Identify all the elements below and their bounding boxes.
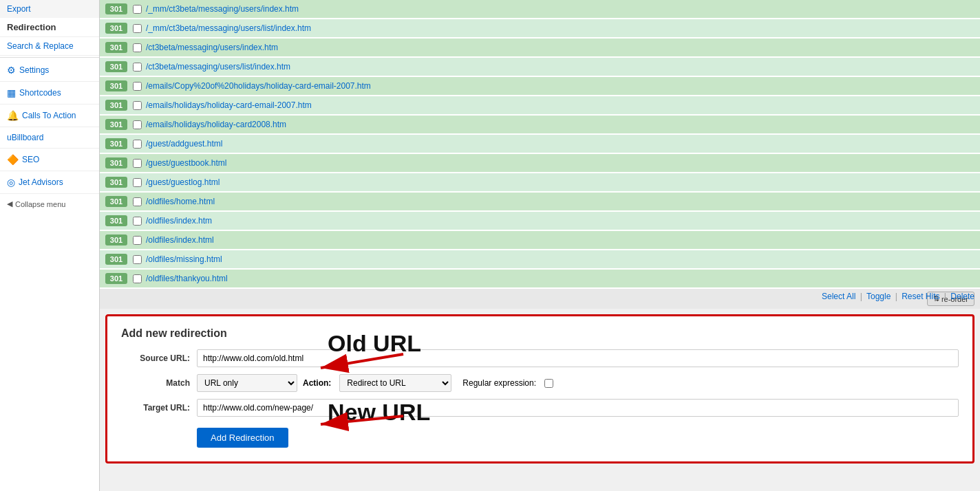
collapse-icon: ◀ [7, 199, 12, 208]
table-row: 301 /guest/guestbook.html [100, 154, 980, 173]
row-checkbox[interactable] [133, 82, 142, 91]
status-code: 301 [105, 119, 127, 130]
delete-link[interactable]: Delete [950, 292, 974, 301]
regex-label: Regular expression: [462, 378, 536, 388]
table-row: 301 /_mm/ct3beta/messaging/users/list/in… [100, 19, 980, 39]
table-row: 301 /oldfiles/thankyou.html [100, 270, 980, 289]
redirect-url[interactable]: /guest/guestbook.html [146, 158, 226, 168]
add-form-title: Add new redirection [121, 327, 959, 340]
table-row: 301 /ct3beta/messaging/users/list/index.… [100, 58, 980, 77]
sidebar-ubillboard-label: uBillboard [7, 133, 43, 142]
row-checkbox[interactable] [133, 43, 142, 52]
shortcodes-icon: ▦ [7, 87, 16, 98]
row-checkbox[interactable] [133, 63, 142, 72]
match-row: Match URL only URL and referrer URL and … [121, 374, 959, 392]
sidebar-item-ubillboard[interactable]: uBillboard [0, 127, 99, 149]
table-row: 301 /emails/Copy%20of%20holidays/holiday… [100, 77, 980, 96]
table-row: 301 /oldfiles/home.html [100, 193, 980, 212]
table-row: 301 /oldfiles/missing.html [100, 250, 980, 270]
redirect-url[interactable]: /oldfiles/missing.html [146, 254, 222, 264]
svg-line-1 [321, 416, 403, 424]
reset-hits-link[interactable]: Reset Hits [902, 292, 939, 301]
table-row: 301 /oldfiles/index.htm [100, 212, 980, 231]
sidebar-item-redirection[interactable]: Redirection [0, 18, 99, 37]
source-url-input[interactable] [197, 349, 959, 367]
calls-icon: 🔔 [7, 110, 19, 121]
action-select[interactable]: Redirect to URL Redirect to random post … [339, 374, 451, 392]
collapse-label: Collapse menu [15, 200, 65, 208]
table-row: 301 /emails/holidays/holiday-card-email-… [100, 96, 980, 116]
status-code: 301 [105, 177, 127, 188]
row-checkbox[interactable] [133, 197, 142, 206]
action-label: Action: [303, 378, 331, 388]
sidebar-item-export[interactable]: Export [0, 0, 99, 18]
redirect-url[interactable]: /oldfiles/index.html [146, 235, 214, 245]
add-redirection-form: Old URL New URL Add new redirection Sour… [105, 314, 974, 463]
sidebar-shortcodes-label: Shortcodes [19, 88, 61, 98]
table-row: 301 /ct3beta/messaging/users/index.htm [100, 39, 980, 58]
row-checkbox[interactable] [133, 217, 142, 226]
sidebar-divider-1 [0, 57, 99, 58]
row-checkbox[interactable] [133, 178, 142, 187]
sidebar-item-search-replace[interactable]: Search & Replace [0, 37, 99, 56]
match-select[interactable]: URL only URL and referrer URL and login … [197, 374, 297, 392]
table-row: 301 /guest/addguest.html [100, 135, 980, 154]
sidebar-item-shortcodes[interactable]: ▦ Shortcodes [0, 82, 99, 105]
redirect-url[interactable]: /oldfiles/home.html [146, 197, 215, 206]
target-url-label: Target URL: [121, 403, 190, 413]
regex-checkbox[interactable] [544, 379, 553, 388]
sidebar-item-settings[interactable]: ⚙ Settings [0, 59, 99, 82]
match-label: Match [121, 378, 190, 388]
row-checkbox[interactable] [133, 120, 142, 129]
sidebar: Export Redirection Search & Replace ⚙ Se… [0, 0, 100, 491]
sidebar-item-calls-to-action[interactable]: 🔔 Calls To Action [0, 105, 99, 127]
redirect-url[interactable]: /ct3beta/messaging/users/list/index.htm [146, 62, 290, 72]
source-url-label: Source URL: [121, 353, 190, 363]
redirect-table: 301 /_mm/ct3beta/messaging/users/index.h… [100, 0, 980, 289]
add-redirection-button[interactable]: Add Redirection [197, 428, 288, 448]
bottom-controls: ⇅ re-order Select All | Toggle | Reset H… [100, 289, 980, 309]
seo-icon: 🔶 [7, 154, 19, 165]
row-checkbox[interactable] [133, 24, 142, 33]
sidebar-item-jet-advisors[interactable]: ◎ Jet Advisors [0, 171, 99, 194]
target-url-row: Target URL: [121, 399, 959, 417]
redirect-url[interactable]: /emails/holidays/holiday-card2008.htm [146, 120, 286, 129]
redirect-url[interactable]: /guest/addguest.html [146, 139, 222, 149]
status-code: 301 [105, 61, 127, 72]
row-checkbox[interactable] [133, 255, 142, 264]
sidebar-search-replace-label: Search & Replace [7, 41, 74, 51]
row-checkbox[interactable] [133, 159, 142, 168]
row-checkbox[interactable] [133, 236, 142, 245]
status-code: 301 [105, 196, 127, 207]
status-code: 301 [105, 157, 127, 168]
redirect-url[interactable]: /emails/Copy%20of%20holidays/holiday-car… [146, 81, 371, 91]
redirect-url[interactable]: /ct3beta/messaging/users/index.htm [146, 43, 278, 52]
settings-icon: ⚙ [7, 65, 16, 76]
select-all-link[interactable]: Select All [822, 292, 855, 301]
redirect-url[interactable]: /oldfiles/thankyou.html [146, 274, 228, 283]
jet-icon: ◎ [7, 177, 15, 188]
sidebar-seo-label: SEO [22, 155, 39, 164]
row-checkbox[interactable] [133, 140, 142, 149]
status-code: 301 [105, 254, 127, 265]
source-url-row: Source URL: [121, 349, 959, 367]
redirect-url[interactable]: /guest/guestlog.html [146, 177, 220, 187]
redirect-url[interactable]: /emails/holidays/holiday-card-email-2007… [146, 100, 312, 110]
match-controls: URL only URL and referrer URL and login … [197, 374, 553, 392]
table-row: 301 /guest/guestlog.html [100, 173, 980, 193]
row-checkbox[interactable] [133, 101, 142, 110]
row-checkbox[interactable] [133, 274, 142, 283]
action-links: Select All | Toggle | Reset Hits | Delet… [822, 292, 974, 301]
status-code: 301 [105, 80, 127, 91]
status-code: 301 [105, 23, 127, 34]
table-row: 301 /_mm/ct3beta/messaging/users/index.h… [100, 0, 980, 19]
sidebar-cta-label: Calls To Action [22, 111, 76, 120]
row-checkbox[interactable] [133, 5, 142, 14]
collapse-menu-button[interactable]: ◀ Collapse menu [0, 194, 99, 214]
redirect-url[interactable]: /_mm/ct3beta/messaging/users/list/index.… [146, 23, 311, 33]
toggle-link[interactable]: Toggle [866, 292, 891, 301]
sidebar-item-seo[interactable]: 🔶 SEO [0, 149, 99, 171]
redirect-url[interactable]: /oldfiles/index.htm [146, 216, 212, 226]
redirect-url[interactable]: /_mm/ct3beta/messaging/users/index.htm [146, 4, 299, 14]
target-url-input[interactable] [197, 399, 959, 417]
